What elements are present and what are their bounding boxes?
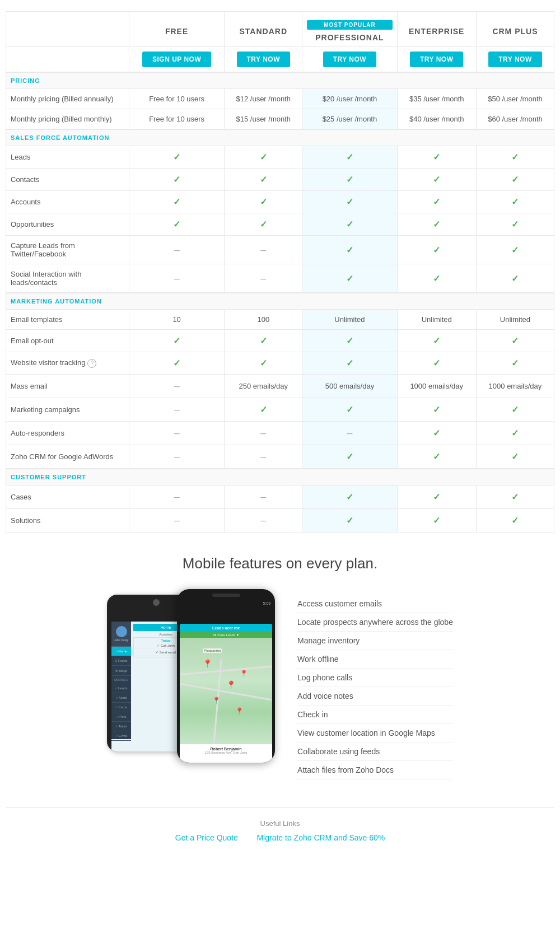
check-cell: ✓ — [302, 169, 397, 191]
contact-card: Robert Benjamin 123 Business Ave, San Jo… — [180, 744, 272, 757]
check-cell: ✓ — [476, 236, 554, 264]
empty-btn-cell — [6, 47, 129, 73]
check-icon: ✓ — [346, 405, 353, 414]
table-row: Email templates10100UnlimitedUnlimitedUn… — [6, 310, 554, 330]
check-cell: ✓ — [397, 236, 476, 264]
value-cell: Unlimited — [302, 310, 397, 330]
check-icon: ✓ — [346, 245, 353, 255]
check-icon: ✓ — [511, 175, 519, 184]
dash-icon: – — [260, 273, 266, 284]
check-cell: ✓ — [397, 146, 476, 169]
dash-icon: – — [174, 427, 180, 438]
professional-btn-cell: TRY NOW — [302, 47, 397, 73]
nav-events: ○ Evnts — [111, 731, 131, 741]
check-cell: ✓ — [476, 169, 554, 191]
value-cell: $20 /user /month — [302, 89, 397, 109]
check-icon: ✓ — [511, 152, 519, 162]
migrate-link[interactable]: Migrate to Zoho CRM and Save 60% — [256, 833, 385, 842]
nav-contacts: ○ Conts — [111, 703, 131, 712]
table-row: Solutions––✓✓✓ — [6, 509, 554, 533]
enterprise-col-header: ENTERPRISE — [397, 12, 476, 47]
standard-col-header: STANDARD — [225, 12, 302, 47]
check-icon: ✓ — [260, 358, 267, 368]
crmplus-trynow-button[interactable]: TRY NOW — [488, 52, 542, 67]
value-cell: Unlimited — [476, 310, 554, 330]
dash-icon: – — [174, 515, 180, 526]
table-row: Leads✓✓✓✓✓ — [6, 146, 554, 169]
dash-cell: – — [225, 264, 302, 293]
nav-leads: ○ Leads — [111, 684, 131, 693]
enterprise-btn-cell: TRY NOW — [397, 47, 476, 73]
dash-cell: – — [129, 509, 225, 533]
enterprise-trynow-button[interactable]: TRY NOW — [410, 52, 464, 67]
professional-trynow-button[interactable]: TRY NOW — [323, 52, 377, 67]
check-cell: ✓ — [302, 213, 397, 236]
dash-cell: – — [129, 485, 225, 509]
dash-icon: – — [174, 273, 180, 284]
mobile-feature-item: Locate prospects anywhere across the glo… — [297, 613, 453, 632]
info-icon[interactable]: ? — [87, 359, 96, 368]
check-icon: ✓ — [511, 336, 519, 345]
feature-label: Social Interaction with leads/contacts — [6, 264, 129, 293]
dash-cell: – — [129, 236, 225, 264]
check-cell: ✓ — [302, 398, 397, 422]
mobile-feature-item: Log phone calls — [297, 669, 453, 687]
value-cell: $15 /user /month — [225, 109, 302, 130]
check-cell: ✓ — [397, 169, 476, 191]
check-cell: ✓ — [397, 422, 476, 445]
value-cell: Free for 10 users — [129, 109, 225, 130]
mobile-feature-item: Attach files from Zoho Docs — [297, 761, 453, 779]
mobile-feature-item: Work offline — [297, 650, 453, 669]
feature-label: Cases — [6, 485, 129, 509]
feature-label: Solutions — [6, 509, 129, 533]
check-icon: ✓ — [511, 197, 519, 207]
check-icon: ✓ — [511, 492, 519, 502]
value-cell: Unlimited — [397, 310, 476, 330]
check-icon: ✓ — [511, 516, 519, 525]
check-icon: ✓ — [346, 175, 353, 184]
check-cell: ✓ — [397, 264, 476, 293]
check-icon: ✓ — [260, 152, 267, 162]
check-icon: ✓ — [346, 358, 353, 368]
check-cell: ✓ — [476, 330, 554, 352]
check-icon: ✓ — [346, 197, 353, 207]
value-cell: $40 /user /month — [397, 109, 476, 130]
standard-label: STANDARD — [240, 27, 288, 36]
dash-icon: – — [260, 427, 266, 438]
check-cell: ✓ — [397, 213, 476, 236]
check-icon: ✓ — [173, 197, 180, 207]
dash-cell: – — [129, 375, 225, 398]
value-cell: 500 emails/day — [302, 375, 397, 398]
check-cell: ✓ — [397, 352, 476, 375]
phone-mockup-container: John Carey ⌂ Home ≡ Feeds ✉ Msgs MODULES… — [107, 589, 275, 768]
check-icon: ✓ — [173, 175, 180, 184]
check-icon: ✓ — [511, 452, 519, 461]
table-row: Email opt-out✓✓✓✓✓ — [6, 330, 554, 352]
check-icon: ✓ — [433, 358, 440, 368]
check-cell: ✓ — [225, 169, 302, 191]
check-cell: ✓ — [129, 191, 225, 213]
value-cell: $35 /user /month — [397, 89, 476, 109]
feature-label: Website visitor tracking? — [6, 352, 129, 375]
table-row: Cases––✓✓✓ — [6, 485, 554, 509]
free-signup-button[interactable]: SIGN UP NOW — [142, 52, 211, 67]
nav-feeds: ≡ Feeds — [111, 656, 131, 666]
standard-trynow-button[interactable]: TRY NOW — [237, 52, 291, 67]
free-btn-cell: SIGN UP NOW — [129, 47, 225, 73]
feature-label: Email opt-out — [6, 330, 129, 352]
free-col-header: FREE — [129, 12, 225, 47]
check-icon: ✓ — [511, 220, 519, 229]
value-cell: $50 /user /month — [476, 89, 554, 109]
price-quote-link[interactable]: Get a Price Quote — [175, 833, 238, 842]
check-cell: ✓ — [225, 213, 302, 236]
check-cell: ✓ — [225, 146, 302, 169]
mobile-section: Mobile features on every plan. John Care… — [6, 555, 554, 779]
check-icon: ✓ — [260, 175, 267, 184]
feature-label: Accounts — [6, 191, 129, 213]
table-row: Capture Leads from Twitter/Facebook––✓✓✓ — [6, 236, 554, 264]
dash-cell: – — [225, 485, 302, 509]
check-cell: ✓ — [225, 352, 302, 375]
dash-icon: – — [174, 380, 180, 391]
footer-links: Useful Links Get a Price Quote Migrate t… — [6, 807, 554, 853]
feature-label: Auto-responders — [6, 422, 129, 445]
